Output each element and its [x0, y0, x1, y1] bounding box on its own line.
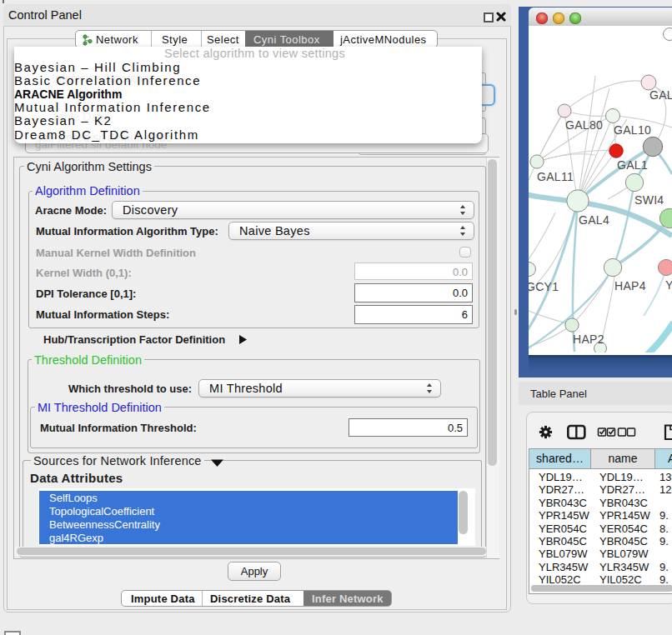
svg-text:HAP2: HAP2	[573, 332, 604, 346]
svg-text:GCY1: GCY1	[529, 280, 559, 293]
svg-text:GAL80: GAL80	[565, 118, 603, 132]
svg-text:GAL1: GAL1	[617, 158, 648, 172]
svg-text:GAL4: GAL4	[579, 213, 609, 227]
svg-text:GAL: GAL	[649, 88, 672, 102]
svg-text:Y: Y	[665, 278, 672, 292]
svg-text:SWI4: SWI4	[634, 193, 664, 207]
svg-text:GAL11: GAL11	[537, 170, 574, 183]
svg-text:GAL10: GAL10	[614, 123, 651, 137]
svg-text:HAP4: HAP4	[614, 279, 646, 292]
